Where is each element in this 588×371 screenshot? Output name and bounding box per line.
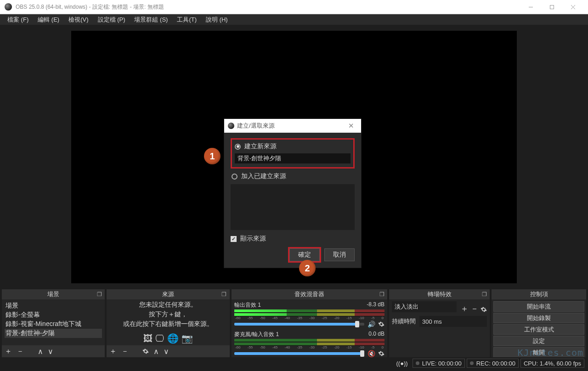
controls-body: 開始串流 開始錄製 工作室模式 設定 離開	[492, 299, 586, 357]
mixer-header[interactable]: 音效混音器❐	[232, 289, 387, 299]
scenes-header[interactable]: 場景❐	[2, 289, 105, 299]
scene-item[interactable]: 錄影-全螢幕	[5, 310, 102, 320]
source-properties-button[interactable]	[142, 348, 149, 354]
transition-type: 淡入淡出	[395, 303, 418, 311]
transition-select[interactable]: 淡入淡出	[392, 301, 457, 312]
scene-item[interactable]: 錄影-視窗-Minecraft地下城	[5, 320, 102, 329]
db-scale: -60-55-50-45-40-35-30-25-20-15-10-50	[234, 316, 384, 320]
dialog-titlebar[interactable]: 建立/選取來源 ✕	[224, 119, 361, 133]
scene-item[interactable]: 背景-創世神-夕陽	[5, 329, 102, 338]
show-source-checkbox[interactable]: ✓ 顯示來源	[231, 235, 355, 243]
menu-file[interactable]: 檔案 (F)	[3, 15, 33, 25]
sources-list[interactable]: 您未設定任何來源。 按下方＋鍵， 或在此按下右鍵新增一個來源。 🖼 🖵 🌐 📷	[107, 299, 229, 345]
speaker-icon[interactable]: 🔊	[367, 320, 375, 328]
controls-header[interactable]: 控制項	[492, 289, 586, 299]
annotation-2: 2	[299, 260, 316, 276]
settings-button[interactable]: 設定	[493, 336, 584, 346]
channel-settings-button[interactable]	[378, 321, 384, 327]
move-source-down-button[interactable]: ∨	[164, 347, 169, 356]
dialog-body: 建立新來源 加入已建立來源 ✓ 顯示來源 確定 取消	[224, 133, 361, 268]
camera-icon: 📷	[181, 332, 193, 345]
scenes-list[interactable]: 場景 錄影-全螢幕 錄影-視窗-Minecraft地下城 背景-創世神-夕陽	[2, 299, 105, 345]
ok-button[interactable]: 確定	[289, 248, 320, 261]
menu-profile[interactable]: 設定檔 (P)	[93, 15, 130, 25]
transition-settings-button[interactable]	[481, 305, 487, 312]
speaker-muted-icon[interactable]: 🔇	[367, 350, 375, 357]
level-meter	[234, 339, 384, 342]
maximize-button[interactable]	[541, 0, 562, 14]
minimize-button[interactable]	[520, 0, 541, 14]
menu-bar: 檔案 (F) 編輯 (E) 檢視(V) 設定檔 (P) 場景群組 (S) 工具(…	[0, 14, 588, 25]
level-meter	[234, 313, 384, 316]
controls-dock: 控制項 開始串流 開始錄製 工作室模式 設定 離開	[492, 289, 586, 357]
channel-db: -8.3 dB	[367, 301, 384, 309]
status-cpu: CPU: 1.4%, 60.00 fps	[520, 359, 584, 368]
popout-icon[interactable]: ❐	[220, 291, 228, 298]
channel-settings-button[interactable]	[378, 350, 384, 357]
popout-icon[interactable]: ❐	[378, 291, 385, 298]
menu-scene-collection[interactable]: 場景群組 (S)	[130, 15, 172, 25]
scenes-toolbar: ＋ － ∧ ∨	[2, 345, 105, 357]
channel-name: 麥克風/輸入音效 1	[234, 331, 279, 338]
remove-source-button[interactable]: －	[121, 347, 129, 356]
close-button[interactable]	[562, 0, 583, 14]
db-scale: -60-55-50-45-40-35-30-25-20-15-10-50	[234, 345, 384, 350]
show-source-label: 顯示來源	[240, 235, 266, 243]
source-name-input[interactable]	[235, 153, 351, 163]
window-title: OBS 25.0.8 (64-bit, windows) - 設定檔: 無標題 …	[16, 3, 520, 11]
menu-help[interactable]: 說明 (H)	[201, 15, 232, 25]
radio-add-existing[interactable]: 加入已建立來源	[232, 172, 355, 180]
create-new-group: 建立新來源	[231, 138, 355, 169]
start-recording-button[interactable]: 開始錄製	[493, 313, 584, 323]
sources-empty-line: 按下方＋鍵，	[149, 309, 187, 319]
popout-icon[interactable]: ❐	[96, 291, 103, 298]
existing-sources-list[interactable]	[231, 184, 355, 230]
add-source-button[interactable]: ＋	[109, 347, 117, 356]
radio-create-new-label: 建立新來源	[244, 142, 277, 151]
slider-thumb[interactable]	[355, 321, 359, 327]
remove-scene-button[interactable]: －	[17, 347, 24, 356]
svg-rect-1	[550, 5, 554, 9]
obs-app-icon	[5, 3, 12, 11]
volume-slider[interactable]	[234, 352, 364, 355]
cancel-button[interactable]: 取消	[324, 248, 355, 261]
menu-view[interactable]: 檢視(V)	[64, 15, 93, 25]
dialog-close-button[interactable]: ✕	[345, 122, 357, 130]
move-scene-up-button[interactable]: ∧	[38, 347, 43, 356]
sources-dock: 來源❐ 您未設定任何來源。 按下方＋鍵， 或在此按下右鍵新增一個來源。 🖼 🖵 …	[107, 289, 229, 357]
sources-toolbar: ＋ － ∧ ∨	[107, 345, 229, 357]
image-icon: 🖼	[143, 332, 153, 345]
move-source-up-button[interactable]: ∧	[153, 347, 159, 356]
duration-input[interactable]: 300 ms	[419, 316, 487, 327]
level-meter	[234, 343, 384, 346]
status-rec: REC: 00:00:00	[467, 359, 519, 368]
start-streaming-button[interactable]: 開始串流	[493, 301, 584, 312]
studio-mode-button[interactable]: 工作室模式	[493, 324, 584, 335]
radio-create-new[interactable]: 建立新來源	[235, 142, 351, 151]
volume-slider[interactable]	[234, 323, 364, 326]
transitions-body: 淡入淡出 ＋ － 持續時間 300 ms	[389, 299, 490, 357]
mixer-channel: 麥克風/輸入音效 10.0 dB -60-55-50-45-40-35-30-2…	[234, 331, 384, 357]
slider-thumb[interactable]	[360, 350, 364, 357]
bottom-docks: 場景❐ 場景 錄影-全螢幕 錄影-視窗-Minecraft地下城 背景-創世神-…	[0, 289, 588, 357]
popout-icon[interactable]: ❐	[481, 291, 488, 298]
remove-transition-button[interactable]: －	[470, 303, 479, 314]
obs-app-icon	[228, 123, 234, 129]
add-transition-button[interactable]: ＋	[460, 303, 469, 314]
scenes-dock: 場景❐ 場景 錄影-全螢幕 錄影-視窗-Minecraft地下城 背景-創世神-…	[2, 289, 105, 357]
status-live: LIVE: 00:00:00	[413, 359, 465, 368]
level-meter	[234, 309, 384, 313]
sources-empty-icons: 🖼 🖵 🌐 📷	[143, 332, 193, 345]
menu-tools[interactable]: 工具(T)	[172, 15, 201, 25]
status-bar: ((●)) LIVE: 00:00:00 REC: 00:00:00 CPU: …	[0, 357, 588, 369]
transitions-header[interactable]: 轉場特效❐	[389, 289, 490, 299]
move-scene-down-button[interactable]: ∨	[48, 347, 53, 356]
add-scene-button[interactable]: ＋	[5, 347, 12, 356]
menu-edit[interactable]: 編輯 (E)	[33, 15, 64, 25]
sources-header[interactable]: 來源❐	[107, 289, 229, 299]
exit-button[interactable]: 離開	[493, 347, 584, 357]
transitions-dock: 轉場特效❐ 淡入淡出 ＋ － 持續時間 300 ms	[389, 289, 490, 357]
status-dot-icon	[470, 361, 474, 365]
channel-db: 0.0 dB	[368, 331, 384, 338]
scene-item[interactable]: 場景	[5, 301, 102, 310]
